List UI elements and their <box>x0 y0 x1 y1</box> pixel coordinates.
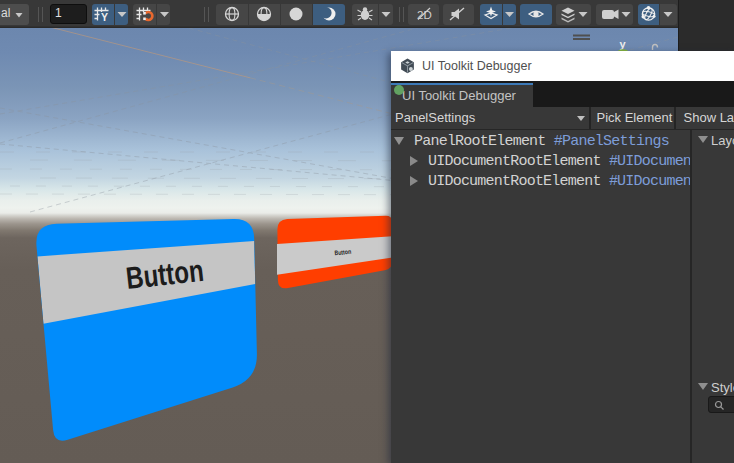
svg-text:Y: Y <box>101 11 108 23</box>
svg-text:y: y <box>619 38 626 50</box>
